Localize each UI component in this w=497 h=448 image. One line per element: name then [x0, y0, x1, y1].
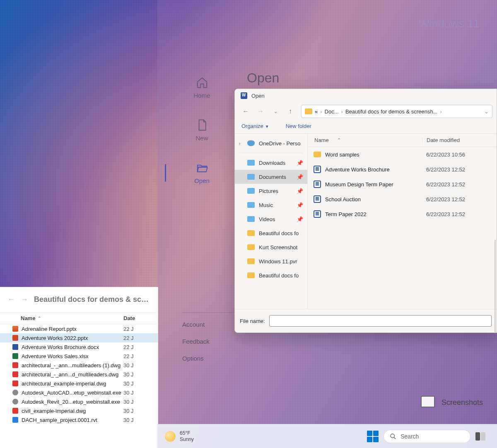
file-explorer-window: ← → Beautiful docs for demos & screens N…: [0, 287, 158, 448]
nav-forward-button[interactable]: →: [21, 295, 28, 304]
cloud-icon: [247, 140, 255, 146]
organize-menu[interactable]: Organize▼: [241, 123, 269, 129]
sidebar-documents[interactable]: Documents 📌: [235, 170, 307, 184]
weather-widget[interactable]: 65°F Sunny: [165, 430, 194, 442]
nav-forward-button[interactable]: →: [254, 105, 267, 118]
nav-new-label: New: [195, 135, 208, 142]
nav-back-button[interactable]: ←: [7, 295, 15, 304]
dwg-icon: [12, 408, 18, 414]
file-row[interactable]: Museum Design Term Paper6/22/2023 12:52: [308, 177, 497, 192]
pin-icon[interactable]: 📌: [297, 202, 303, 208]
sidebar-downloads[interactable]: Downloads 📌: [235, 156, 307, 170]
sidebar-folder-2[interactable]: Kurt Screenshot: [235, 240, 307, 254]
exe-icon: [12, 399, 18, 405]
sidebar-pictures[interactable]: Pictures 📌: [235, 184, 307, 198]
file-name: Museum Design Term Paper: [325, 181, 393, 188]
pin-icon[interactable]: 📌: [297, 174, 303, 180]
dwg-icon: [12, 371, 18, 377]
nav-new[interactable]: New: [170, 109, 234, 152]
divider: [239, 153, 303, 153]
file-row[interactable]: civil_example-imperial.dwg30 J: [0, 406, 158, 415]
sidebar-folder-3[interactable]: Windows 11.pvr: [235, 254, 307, 268]
file-row[interactable]: Term Paper 20226/22/2023 12:52: [308, 207, 497, 222]
file-name: civil_example-imperial.dwg: [22, 408, 86, 414]
chevron-down-icon[interactable]: ⌄: [484, 108, 489, 115]
bc-seg-2[interactable]: Beautiful docs for demos & screensh...: [345, 108, 438, 115]
folder-icon: [247, 244, 255, 250]
nav-back-button[interactable]: ←: [239, 105, 252, 118]
nav-feedback[interactable]: Feedback: [182, 338, 236, 345]
sidebar-music[interactable]: Music 📌: [235, 198, 307, 212]
home-icon: [196, 76, 208, 89]
folder-open-icon: [196, 161, 208, 174]
pptx-icon: [12, 335, 18, 341]
location-screenshots[interactable]: Screenshots: [422, 397, 483, 407]
file-row[interactable]: architectural_-_ann...multileaders (1).d…: [0, 361, 158, 370]
chevron-right-icon[interactable]: ›: [239, 141, 243, 146]
file-row[interactable]: architectural_example-imperial.dwg30 J: [0, 379, 158, 388]
file-name: architectural_-_ann...multileaders (1).d…: [22, 362, 121, 369]
column-headers: Name⌃ Date modified: [308, 134, 497, 147]
col-name[interactable]: Name: [314, 137, 329, 143]
bc-seg-1[interactable]: Doc...: [325, 108, 339, 115]
sidebar-onedrive[interactable]: › OneDrive - Perso: [235, 136, 307, 150]
file-name: Adrenaline Report.pptx: [22, 326, 77, 332]
caret-down-icon: ▼: [265, 124, 269, 129]
nav-account[interactable]: Account: [182, 321, 236, 328]
file-row[interactable]: Adventure Works Brochure6/22/2023 12:52: [308, 162, 497, 177]
file-row[interactable]: Adventure Works 2022.pptx22 J: [0, 333, 158, 342]
file-row[interactable]: Word samples6/22/2023 10:56: [308, 147, 497, 162]
pin-icon[interactable]: 📌: [297, 160, 303, 166]
pictures-icon: [247, 188, 255, 194]
breadcrumb[interactable]: « › Doc... › Beautiful docs for demos & …: [301, 105, 492, 118]
xlsx-icon: [12, 353, 18, 359]
pin-icon[interactable]: 📌: [297, 216, 303, 222]
file-row[interactable]: Autodesk_Revit_20...etup_webinstall.exe3…: [0, 397, 158, 406]
file-row[interactable]: Autodesk_AutoCAD...etup_webinstall.exe30…: [0, 388, 158, 397]
music-icon: [247, 202, 255, 208]
dialog-title: Open: [251, 93, 265, 99]
nav-recent-button[interactable]: ⌄: [269, 105, 282, 118]
sidebar-videos[interactable]: Videos 📌: [235, 212, 307, 226]
sidebar-folder-4[interactable]: Beautiful docs fo: [235, 268, 307, 282]
file-row[interactable]: Adrenaline Report.pptx22 J: [0, 324, 158, 333]
file-row[interactable]: Adventure Works Sales.xlsx22 J: [0, 352, 158, 361]
sort-asc-icon[interactable]: ⌃: [38, 316, 41, 320]
nav-open[interactable]: Open: [170, 152, 234, 194]
dialog-footer: File name:: [235, 309, 497, 332]
nav-up-button[interactable]: ↑: [284, 105, 297, 118]
new-folder-button[interactable]: New folder: [286, 123, 311, 129]
pin-icon[interactable]: 📌: [297, 188, 303, 194]
file-name: architectural_example-imperial.dwg: [22, 381, 106, 387]
file-row[interactable]: DACH_sample_project.0001.rvt30 J: [0, 415, 158, 424]
dialog-file-list: Name⌃ Date modified Word samples6/22/202…: [308, 134, 497, 309]
file-name-input[interactable]: [269, 315, 492, 327]
col-date[interactable]: Date: [121, 313, 158, 324]
nav-options[interactable]: Options: [182, 355, 236, 362]
sort-asc-icon[interactable]: ⌃: [337, 137, 341, 143]
svg-point-0: [391, 434, 394, 438]
file-date: 22 J: [121, 344, 158, 350]
file-name: Word samples: [325, 152, 359, 158]
dialog-titlebar[interactable]: Open: [235, 89, 497, 102]
col-name[interactable]: Name: [21, 315, 35, 321]
file-row[interactable]: Adventure Works Brochure.docx22 J: [0, 342, 158, 352]
sidebar-folder-1[interactable]: Beautiful docs fo: [235, 226, 307, 240]
word-icon: [314, 195, 321, 203]
search-placeholder: Search: [400, 433, 419, 440]
pptx2-icon: [12, 326, 18, 332]
nav-home-label: Home: [193, 92, 210, 99]
file-name: School Auction: [325, 196, 361, 202]
col-date[interactable]: Date modified: [422, 137, 497, 143]
file-date: 6/22/2023 12:52: [422, 166, 497, 173]
file-row[interactable]: School Auction6/22/2023 12:52: [308, 192, 497, 207]
file-row[interactable]: architectural_-_ann...d_multileaders.dwg…: [0, 370, 158, 379]
taskbar-search[interactable]: Search: [384, 430, 470, 443]
documents-icon: [247, 174, 255, 180]
dwg-icon: [12, 381, 18, 386]
open-file-dialog: Open ← → ⌄ ↑ « › Doc... › Beautiful docs…: [234, 89, 497, 333]
task-view-button[interactable]: [475, 432, 485, 441]
start-button[interactable]: [367, 431, 379, 442]
nav-home[interactable]: Home: [170, 66, 234, 109]
column-headers: Name⌃ Date: [0, 313, 158, 324]
